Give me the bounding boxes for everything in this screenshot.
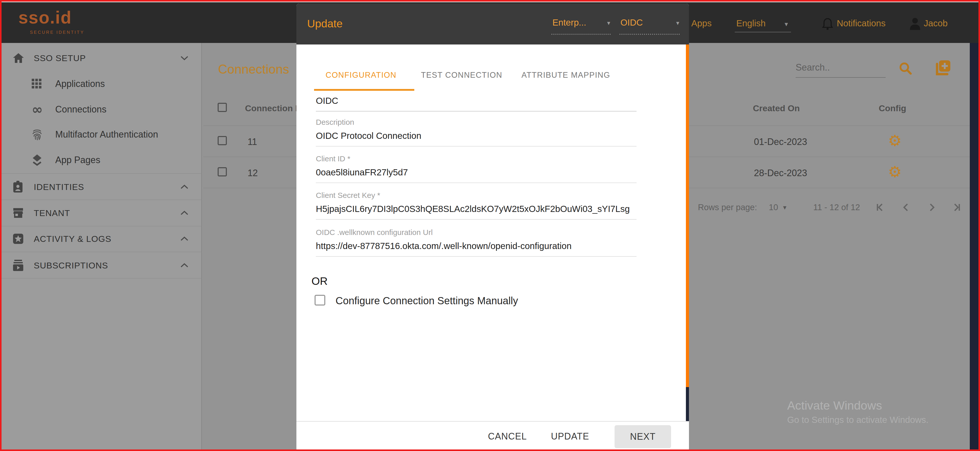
next-page-icon[interactable]	[927, 202, 937, 213]
column-header-config: Config	[879, 103, 906, 113]
field-value[interactable]: 0oae5l8iunaFR27ly5d7	[316, 167, 636, 183]
sidebar-item-label: IDENTITIES	[34, 182, 84, 192]
or-separator-label: OR	[312, 275, 328, 287]
star-box-icon	[13, 233, 24, 244]
brand-logo[interactable]: sso.id	[18, 7, 72, 27]
field-value[interactable]: OIDC	[316, 95, 636, 111]
chevron-up-icon	[180, 263, 188, 268]
client-id-field[interactable]: Client ID * 0oae5l8iunaFR27ly5d7	[316, 154, 636, 183]
sidebar-item-label: SUBSCRIPTIONS	[34, 260, 108, 270]
sidebar-item-label: App Pages	[55, 155, 100, 165]
configure-manually-checkbox[interactable]	[315, 295, 325, 305]
sidebar-item-label: ACTIVITY & LOGS	[34, 234, 111, 244]
environment-select[interactable]: Enterp... ▾	[551, 15, 611, 35]
page-title: Connections	[218, 62, 289, 77]
wellknown-url-field[interactable]: OIDC .wellknown configuration Url https:…	[316, 228, 636, 257]
first-page-icon[interactable]	[874, 202, 885, 213]
chevron-down-icon	[180, 56, 188, 60]
sidebar-item-tenant[interactable]: TENANT	[2, 200, 202, 226]
language-underline	[735, 32, 791, 32]
user-avatar-icon[interactable]	[909, 17, 921, 30]
update-button[interactable]: UPDATE	[548, 431, 592, 442]
pagination-range: 11 - 12 of 12	[813, 202, 860, 212]
active-tab-indicator	[314, 89, 414, 91]
cancel-button[interactable]: CANCEL	[487, 431, 528, 442]
search-icon[interactable]	[899, 62, 913, 76]
home-icon	[13, 53, 24, 63]
search-underline	[795, 77, 886, 78]
tab-test-connection[interactable]: TEST CONNECTION	[421, 71, 502, 80]
chevron-up-icon	[180, 184, 188, 189]
nav-notifications[interactable]: Notifications	[837, 18, 886, 29]
activate-windows-watermark: Activate Windows	[787, 398, 882, 412]
divider	[2, 200, 202, 200]
sidebar-item-multifactor-authentication[interactable]: Multifactor Authentication	[2, 122, 202, 147]
last-page-icon[interactable]	[951, 202, 963, 213]
field-value[interactable]: H5jpajsCIL6ry7DI3lpC0S3hQE8SLAc2ldsKO7yW…	[316, 204, 636, 219]
sidebar-item-label: TENANT	[34, 208, 70, 218]
field-label: Client ID *	[316, 154, 636, 167]
sidebar-item-sso-setup[interactable]: SSO SETUP	[2, 45, 202, 71]
subscriptions-icon	[13, 260, 24, 271]
name-field[interactable]: OIDC	[316, 95, 636, 111]
rows-per-page-caret-icon[interactable]: ▾	[783, 203, 786, 211]
chevron-up-icon	[180, 210, 188, 216]
field-value[interactable]: https://dev-87787516.okta.com/.well-know…	[316, 241, 636, 256]
description-field[interactable]: Description OIDC Protocol Connection	[316, 118, 636, 146]
field-label: Description	[316, 118, 636, 131]
sidebar-item-connections[interactable]: ∞ Connections	[2, 97, 202, 122]
add-connection-icon[interactable]	[935, 60, 951, 76]
sidebar-item-applications[interactable]: Applications	[2, 71, 202, 97]
environment-select-value: Enterp...	[552, 17, 586, 28]
next-button[interactable]: NEXT	[614, 425, 671, 448]
row-checkbox[interactable]	[218, 136, 227, 145]
caret-down-icon: ▾	[676, 19, 679, 27]
client-secret-key-field[interactable]: Client Secret Key * H5jpajsCIL6ry7DI3lpC…	[316, 191, 636, 220]
config-gear-icon[interactable]: ⚙	[888, 164, 902, 179]
sidebar-item-label: Applications	[55, 78, 105, 89]
id-badge-icon	[13, 181, 23, 193]
tab-attribute-mapping[interactable]: ATTRIBUTE MAPPING	[522, 71, 610, 80]
tab-configuration[interactable]: CONFIGURATION	[326, 71, 396, 80]
protocol-select[interactable]: OIDC ▾	[619, 15, 680, 35]
activate-windows-watermark-subtext: Go to Settings to activate Windows.	[787, 415, 928, 425]
fingerprint-icon	[32, 129, 43, 140]
caret-down-icon: ▾	[607, 19, 610, 27]
divider	[2, 252, 202, 252]
column-header-created-on: Created On	[753, 103, 800, 113]
field-value[interactable]: OIDC Protocol Connection	[316, 131, 636, 146]
chevron-up-icon	[180, 236, 188, 241]
divider	[296, 421, 689, 422]
select-all-checkbox[interactable]	[218, 103, 227, 112]
protocol-select-value: OIDC	[620, 17, 643, 28]
cell-created-on: 28-Dec-2023	[754, 168, 807, 178]
dialog-scrollbar-thumb[interactable]	[686, 387, 689, 421]
grid-icon	[32, 79, 42, 89]
store-icon	[13, 208, 24, 218]
field-label: Client Secret Key *	[316, 191, 636, 204]
page-scrollbar[interactable]	[970, 43, 980, 451]
dialog-header: Update Enterp... ▾ OIDC ▾	[296, 3, 689, 44]
sidebar-item-activity-logs[interactable]: ACTIVITY & LOGS	[2, 226, 202, 252]
search-input[interactable]	[795, 60, 886, 75]
dialog-scrollbar-track[interactable]	[686, 44, 689, 387]
sidebar-item-app-pages[interactable]: App Pages	[2, 147, 202, 173]
cell-created-on: 01-Dec-2023	[754, 137, 807, 147]
rows-per-page-label: Rows per page:	[698, 202, 757, 212]
bell-icon[interactable]	[822, 17, 834, 30]
sidebar-item-subscriptions[interactable]: SUBSCRIPTIONS	[2, 252, 202, 278]
layers-icon	[32, 154, 43, 166]
language-select[interactable]: English	[736, 18, 766, 29]
user-menu[interactable]: Jacob	[924, 18, 948, 29]
sidebar-item-label: SSO SETUP	[34, 53, 86, 63]
sidebar: SSO SETUP Applications ∞ Connections	[2, 43, 202, 451]
config-gear-icon[interactable]: ⚙	[888, 133, 902, 148]
connections-icon: ∞	[32, 104, 43, 114]
sidebar-item-label: Multifactor Authentication	[55, 129, 158, 140]
update-connection-dialog: Update Enterp... ▾ OIDC ▾ CONFIGURATION …	[296, 3, 689, 451]
rows-per-page-select[interactable]: 10	[769, 202, 778, 212]
nav-apps[interactable]: Apps	[691, 18, 712, 29]
sidebar-item-identities[interactable]: IDENTITIES	[2, 174, 202, 200]
row-checkbox[interactable]	[218, 167, 227, 176]
previous-page-icon[interactable]	[900, 202, 911, 213]
